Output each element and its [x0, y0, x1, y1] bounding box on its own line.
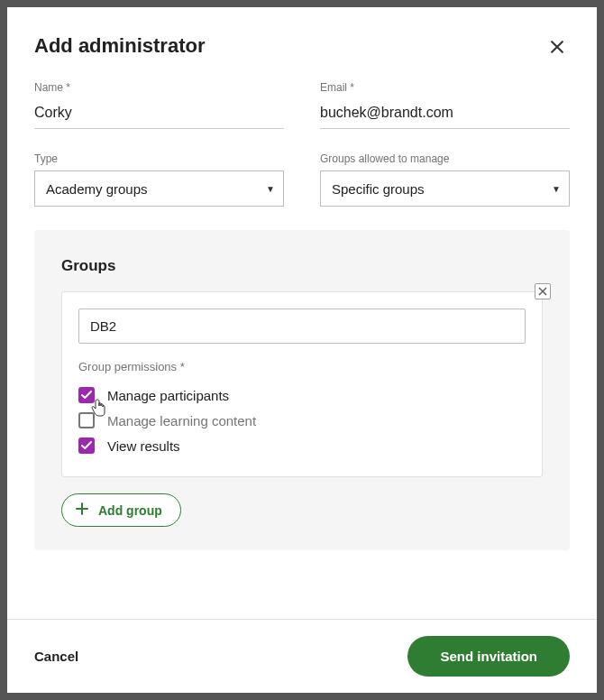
remove-group-button[interactable]	[535, 283, 551, 299]
groups-panel: Groups Group permissions * Manage partic…	[34, 230, 570, 550]
send-invitation-button[interactable]: Send invitation	[407, 636, 570, 677]
name-input[interactable]	[34, 99, 284, 129]
name-field-wrap: Name *	[34, 81, 284, 129]
group-permissions-label: Group permissions *	[78, 360, 526, 373]
modal-body: Add administrator Name * Email * Type	[7, 7, 597, 619]
email-field-wrap: Email *	[320, 81, 570, 129]
close-icon	[538, 287, 547, 296]
permission-row-view-results: View results	[78, 433, 526, 458]
cancel-button[interactable]: Cancel	[34, 649, 78, 664]
permission-label: Manage learning content	[107, 413, 256, 428]
close-icon	[548, 38, 566, 56]
groups-panel-title: Groups	[61, 257, 543, 275]
permission-row-manage-participants: Manage participants	[78, 382, 526, 408]
group-name-input[interactable]	[78, 309, 526, 344]
groups-allowed-select[interactable]: Specific groups	[320, 170, 570, 207]
close-button[interactable]	[545, 34, 570, 60]
type-label: Type	[34, 152, 284, 165]
add-group-button[interactable]: Add group	[61, 493, 181, 527]
row-name-email: Name * Email *	[34, 81, 570, 129]
group-card: Group permissions * Manage participants …	[61, 291, 543, 477]
name-label: Name *	[34, 81, 284, 94]
checkbox-manage-learning-content[interactable]	[78, 412, 95, 428]
groups-allowed-select-wrap: Specific groups ▼	[320, 170, 570, 207]
permission-label: Manage participants	[107, 388, 229, 403]
type-select[interactable]: Academy groups	[34, 170, 284, 207]
modal-header: Add administrator	[34, 34, 570, 60]
modal-footer: Cancel Send invitation	[7, 619, 597, 693]
plus-icon	[75, 502, 89, 519]
type-select-wrap: Academy groups ▼	[34, 170, 284, 207]
add-administrator-modal: Add administrator Name * Email * Type	[7, 7, 597, 693]
permission-label: View results	[107, 438, 180, 454]
row-type-groups: Type Academy groups ▼ Groups allowed to …	[34, 152, 570, 207]
modal-title: Add administrator	[34, 34, 205, 58]
email-label: Email *	[320, 81, 570, 94]
permission-row-manage-learning-content: Manage learning content	[78, 408, 526, 433]
groups-allowed-label: Groups allowed to manage	[320, 152, 570, 165]
checkbox-view-results[interactable]	[78, 438, 95, 454]
add-group-label: Add group	[98, 503, 162, 518]
email-input[interactable]	[320, 99, 570, 129]
checkbox-manage-participants[interactable]	[78, 387, 95, 403]
groups-allowed-field-wrap: Groups allowed to manage Specific groups…	[320, 152, 570, 207]
type-field-wrap: Type Academy groups ▼	[34, 152, 284, 207]
